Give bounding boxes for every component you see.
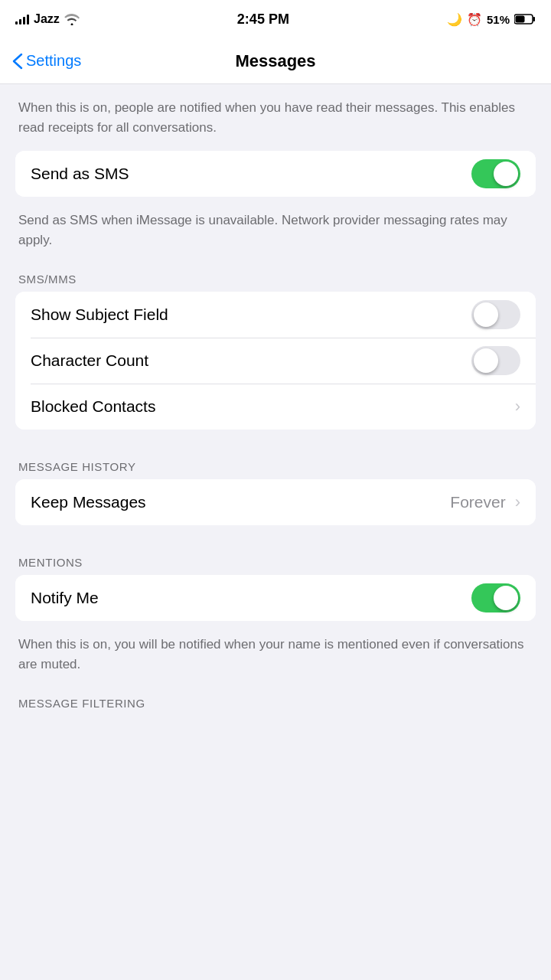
send-as-sms-label: Send as SMS [31, 165, 129, 183]
send-as-sms-toggle[interactable] [471, 159, 520, 188]
top-description: When this is on, people are notified whe… [0, 84, 551, 151]
toggle-knob [494, 586, 518, 610]
back-label: Settings [26, 52, 81, 70]
blocked-contacts-chevron-icon: › [515, 397, 520, 416]
mentions-label: MENTIONS [0, 547, 551, 575]
message-history-label: MESSAGE HISTORY [0, 451, 551, 479]
toggle-knob [474, 348, 498, 373]
toggle-knob [474, 302, 498, 327]
sms-mms-card: Show Subject Field Character Count Block… [15, 292, 536, 430]
message-history-section: MESSAGE HISTORY Keep Messages Forever › [0, 451, 551, 525]
svg-rect-2 [515, 16, 524, 23]
back-chevron-icon [12, 53, 23, 70]
mentions-card: Notify Me [15, 575, 536, 621]
character-count-toggle[interactable] [471, 346, 520, 375]
send-as-sms-card: Send as SMS [15, 151, 536, 197]
notify-me-toggle[interactable] [471, 583, 520, 612]
sms-mms-label: SMS/MMS [0, 263, 551, 292]
page-title: Messages [235, 51, 315, 71]
character-count-label: Character Count [31, 351, 148, 370]
toggle-knob [494, 162, 518, 186]
battery-label: 51% [487, 13, 510, 26]
moon-icon: 🌙 [447, 12, 462, 27]
status-right: 🌙 ⏰ 51% [447, 12, 536, 27]
notify-me-label: Notify Me [31, 589, 99, 607]
character-count-row[interactable]: Character Count [15, 338, 536, 384]
status-bar: Jazz 2:45 PM 🌙 ⏰ 51% [0, 0, 551, 38]
signal-icon [15, 14, 29, 24]
status-time: 2:45 PM [237, 11, 289, 28]
svg-rect-1 [533, 17, 535, 21]
keep-messages-row[interactable]: Keep Messages Forever › [15, 479, 536, 525]
nav-bar: Settings Messages [0, 38, 551, 84]
show-subject-field-label: Show Subject Field [31, 305, 168, 324]
notify-me-row[interactable]: Notify Me [15, 575, 536, 621]
notify-me-description: When this is on, you will be notified wh… [0, 621, 551, 688]
message-filtering-label: MESSAGE FILTERING [0, 688, 551, 716]
keep-messages-chevron-icon: › [515, 492, 520, 512]
alarm-icon: ⏰ [467, 12, 482, 27]
content: When this is on, people are notified whe… [0, 84, 551, 716]
keep-messages-value: Forever [450, 493, 505, 511]
send-as-sms-description: Send as SMS when iMessage is unavailable… [0, 197, 551, 263]
message-history-card: Keep Messages Forever › [15, 479, 536, 525]
show-subject-field-toggle[interactable] [471, 300, 520, 329]
battery-icon [514, 14, 536, 24]
keep-messages-label: Keep Messages [31, 493, 146, 511]
sms-mms-section: SMS/MMS Show Subject Field Character Cou… [0, 263, 551, 430]
status-left: Jazz [15, 12, 80, 26]
send-as-sms-row[interactable]: Send as SMS [15, 151, 536, 197]
mentions-section: MENTIONS Notify Me [0, 547, 551, 621]
keep-messages-value-area: Forever › [450, 492, 520, 512]
blocked-contacts-row[interactable]: Blocked Contacts › [15, 384, 536, 430]
carrier-label: Jazz [34, 12, 60, 26]
wifi-icon [64, 14, 80, 25]
blocked-contacts-label: Blocked Contacts [31, 397, 155, 416]
back-button[interactable]: Settings [12, 52, 81, 70]
show-subject-field-row[interactable]: Show Subject Field [15, 292, 536, 338]
